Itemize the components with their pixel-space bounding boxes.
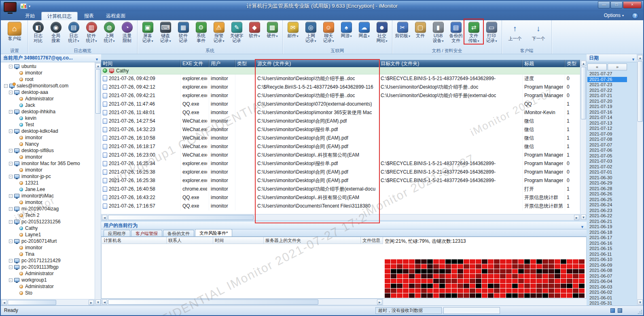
date-item[interactable]: 2021-06-28 — [587, 186, 627, 192]
tree-computer-pc-201712121429[interactable]: -pc-201712121429 — [1, 257, 95, 264]
date-page-prev-button[interactable]: « — [587, 64, 607, 70]
file-transfer-button[interactable]: ⇄文件 传输▾ — [465, 21, 483, 44]
date-item[interactable]: 2021-06-24 — [587, 202, 627, 208]
date-item[interactable]: 2021-06-11 — [587, 252, 627, 257]
tree-user-imonitor[interactable]: imonitor — [1, 167, 95, 173]
tree-computer-mi-20190704izag[interactable]: -mi-20190704izag — [1, 206, 95, 212]
date-item[interactable]: 2021-06-08 — [587, 268, 627, 274]
log-row[interactable]: 2021-07-26, 16:23:00WeChat.exeimonitorC:… — [101, 151, 580, 159]
log-col-header-6[interactable]: 标题 — [523, 60, 565, 67]
date-item[interactable]: 2021-07-09 — [587, 131, 627, 137]
alarm-record-button[interactable]: ⚠报警 记录▾ — [210, 21, 228, 44]
tree-computer-pc-20191113fbgp[interactable]: -pc-20191113fbgp — [1, 264, 95, 270]
log-col-header-7[interactable]: 类型 — [565, 60, 580, 67]
date-item[interactable]: 2021-06-07 — [587, 274, 627, 279]
social-network-button[interactable]: ☻社交 网站▾ — [373, 21, 391, 44]
date-item[interactable]: 2021-07-05 — [587, 153, 627, 159]
log-row[interactable]: 2021-07-26, 16:25:38explorer.exeimonitor… — [101, 168, 580, 176]
tree-computer-workgroup1[interactable]: -workgroup1 — [1, 277, 95, 283]
internet-stats-button[interactable]: ◍上网 统计▾ — [100, 21, 118, 44]
maximize-button[interactable]: □ — [610, 1, 623, 8]
menu-tab-computer-logs[interactable]: 计算机日志 — [41, 12, 78, 20]
global-search-button[interactable]: ◉全局 搜索 — [47, 21, 65, 43]
tree-user-tech-2[interactable]: Tech 2 — [1, 212, 95, 218]
expander-icon[interactable]: - — [9, 91, 13, 94]
date-item[interactable]: 2021-06-22 — [587, 213, 627, 219]
activity-tab-file-risk-events[interactable]: 文件风险事件* — [195, 229, 232, 236]
scroll-right-icon[interactable]: ► — [377, 299, 382, 305]
date-list-scrollbar[interactable]: ▲ ▼ — [637, 54, 643, 305]
date-item[interactable]: 2021-06-09 — [587, 263, 627, 268]
log-row[interactable]: 2021-07-26, 16:25:38explorer.exeimonitor… — [101, 176, 580, 185]
online-games-button[interactable]: ♠网游▾ — [337, 21, 355, 39]
scroll-left-icon[interactable]: ◄ — [102, 299, 107, 305]
date-item[interactable]: 2021-07-03 — [587, 159, 627, 164]
keyword-record-button[interactable]: ✎关键字 记录 — [228, 21, 246, 43]
log-row[interactable]: 2021-07-26, 14:27:54WeChat.exeimonitorC:… — [101, 117, 580, 125]
log-row[interactable]: 2021-07-26, 14:32:23WeChat.exeimonitorC:… — [101, 125, 580, 134]
expander-icon[interactable]: - — [9, 129, 13, 133]
tree-account-sales-account[interactable]: -sales@imonitorsoft.com — [1, 83, 95, 89]
tree-user-layne1[interactable]: Layne1 — [1, 231, 95, 238]
date-item[interactable]: 2021-07-19 — [587, 104, 627, 110]
date-item[interactable]: 2021-06-29 — [587, 180, 627, 186]
log-row[interactable]: 2021-07-26, 11:48:01QQ.exeimonitorC:\Use… — [101, 108, 580, 117]
log-row[interactable]: 2021-07-26, 16:43:22QQ.exeimonitorC:\Use… — [101, 193, 580, 202]
tree-user-sto[interactable]: Sto — [1, 290, 95, 296]
date-item[interactable]: 2021-05-31 — [587, 301, 627, 305]
tree-user-imonitor[interactable]: imonitor — [1, 199, 95, 206]
tree-computer-pc-201512231256[interactable]: -pc-201512231256 — [1, 218, 95, 225]
tree-vscroll-thumb[interactable] — [95, 69, 101, 114]
web-history-button[interactable]: ◎上网 记录▾ — [302, 21, 320, 44]
expander-icon[interactable]: - — [9, 149, 13, 153]
date-item[interactable]: 2021-07-27 — [587, 71, 627, 77]
backup-files-button[interactable]: ▤备份的 文件 — [447, 21, 465, 43]
date-item[interactable]: 2021-06-19 — [587, 224, 627, 230]
activity-tab-backup-files[interactable]: 备份的文件 — [163, 230, 194, 236]
screen-record-button[interactable]: ▣屏幕 记录▾ — [139, 21, 157, 44]
scroll-up-icon[interactable]: ▲ — [638, 55, 643, 60]
email-button[interactable]: ✉邮件▾ — [284, 21, 302, 39]
date-item[interactable]: 2021-06-16 — [587, 241, 627, 246]
system-events-button[interactable]: ⚙系统 事件 — [192, 21, 210, 43]
scroll-right-icon[interactable]: ► — [574, 215, 579, 220]
expander-icon[interactable]: - — [9, 220, 13, 224]
expander-icon[interactable]: - — [9, 110, 13, 114]
usb-device-button[interactable]: ▮USB 设备▾ — [429, 21, 447, 44]
close-button[interactable]: × — [623, 1, 642, 8]
expander-icon[interactable]: - — [9, 162, 13, 165]
log-row[interactable]: 2021-07-26, 09:42:21explorer.exeimonitor… — [101, 91, 580, 100]
log-row[interactable]: 2021-07-26, 16:25:34explorer.exeimonitor… — [101, 159, 580, 168]
tree-computer-ubuntu[interactable]: -ubuntu — [1, 63, 95, 70]
date-item[interactable]: 2021-07-12 — [587, 126, 627, 131]
tree-computer-pc-20160714furt[interactable]: -pc-20160714furt — [1, 238, 95, 244]
scroll-left-icon[interactable]: ◄ — [2, 300, 7, 305]
log-col-header-3[interactable]: 类型 — [235, 60, 256, 67]
date-item[interactable]: 2021-07-14 — [587, 115, 627, 121]
tree-user-imonitor[interactable]: imonitor — [1, 134, 95, 141]
date-item[interactable]: 2021-06-04 — [587, 279, 627, 284]
hardware-button[interactable]: ▩硬件▾ — [263, 21, 281, 39]
activity-col-header-2[interactable]: 时间 — [213, 237, 264, 244]
date-item[interactable]: 2021-07-23 — [587, 82, 627, 88]
log-table-hscroll[interactable]: ◄ ► — [101, 214, 580, 221]
date-item[interactable]: 2021-06-25 — [587, 197, 627, 203]
date-panel-header[interactable]: 日期 ▼ — [587, 54, 638, 62]
traffic-limit-button[interactable]: ◔流量 限制 — [118, 21, 136, 43]
log-col-header-0[interactable]: 时间 — [101, 60, 181, 67]
tree-user-administrator[interactable]: Administrator — [1, 95, 95, 102]
activity-tab-client-alerts[interactable]: 客户端警报 — [131, 230, 162, 236]
date-item[interactable]: 2021-07-22 — [587, 88, 627, 93]
date-item[interactable]: 2021-06-10 — [587, 257, 627, 263]
software-record-button[interactable]: ▦软件 记录 — [174, 21, 192, 43]
date-item[interactable]: 2021-07-16 — [587, 110, 627, 115]
scroll-up-icon[interactable]: ▲ — [95, 63, 101, 68]
tree-user-kevin[interactable]: kevin — [1, 115, 95, 121]
keyboard-record-button[interactable]: ⌨键盘 记录▾ — [157, 21, 174, 44]
software-button[interactable]: ◆软件▾ — [246, 21, 263, 39]
next-client-button[interactable]: ↓下一个 — [527, 21, 550, 41]
client-button[interactable]: ⌂客户端 — [3, 21, 26, 41]
resize-grip[interactable] — [638, 310, 642, 314]
tree-user-jane-lee[interactable]: Jane.Lee — [1, 186, 95, 193]
expander-icon[interactable]: - — [9, 240, 13, 243]
